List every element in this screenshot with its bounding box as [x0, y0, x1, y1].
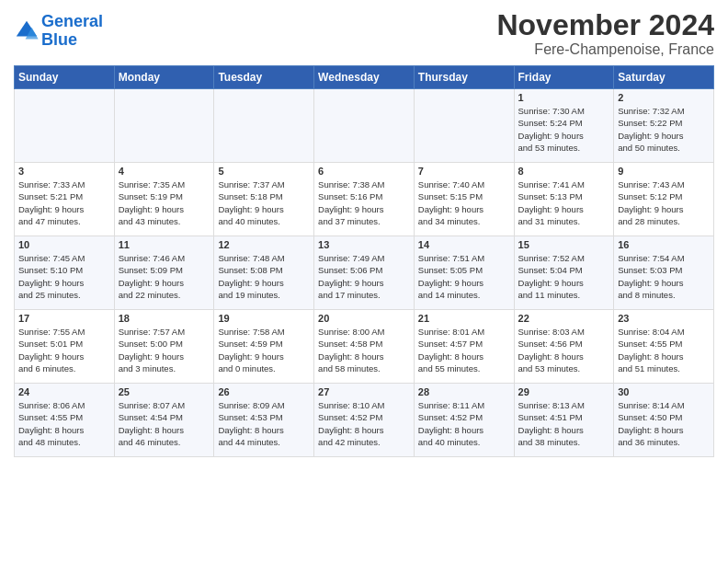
day-info: Sunrise: 8:04 AM Sunset: 4:55 PM Dayligh… — [618, 326, 710, 374]
day-number: 19 — [218, 313, 310, 324]
day-number: 21 — [418, 313, 510, 324]
day-number: 5 — [218, 166, 310, 177]
day-info: Sunrise: 7:45 AM Sunset: 5:10 PM Dayligh… — [18, 252, 110, 301]
calendar-cell: 6Sunrise: 7:38 AM Sunset: 5:16 PM Daylig… — [314, 163, 415, 236]
day-number: 26 — [218, 386, 310, 397]
calendar-header-row: Sunday Monday Tuesday Wednesday Thursday… — [15, 66, 714, 89]
calendar-cell: 25Sunrise: 8:07 AM Sunset: 4:54 PM Dayli… — [114, 384, 214, 457]
day-number: 7 — [418, 166, 510, 177]
col-sunday: Sunday — [15, 66, 115, 89]
logo: General Blue — [14, 13, 103, 50]
calendar-week-4: 17Sunrise: 7:55 AM Sunset: 5:01 PM Dayli… — [15, 310, 714, 384]
calendar-cell: 23Sunrise: 8:04 AM Sunset: 4:55 PM Dayli… — [614, 310, 714, 384]
day-number: 23 — [618, 313, 710, 324]
day-info: Sunrise: 8:13 AM Sunset: 4:51 PM Dayligh… — [518, 399, 610, 448]
calendar-cell: 4Sunrise: 7:35 AM Sunset: 5:19 PM Daylig… — [114, 163, 214, 236]
day-info: Sunrise: 8:00 AM Sunset: 4:58 PM Dayligh… — [318, 326, 410, 374]
calendar-cell: 17Sunrise: 7:55 AM Sunset: 5:01 PM Dayli… — [15, 310, 115, 384]
calendar-cell: 2Sunrise: 7:32 AM Sunset: 5:22 PM Daylig… — [614, 89, 714, 163]
calendar-cell — [15, 89, 115, 163]
calendar-cell: 20Sunrise: 8:00 AM Sunset: 4:58 PM Dayli… — [314, 310, 415, 384]
day-info: Sunrise: 7:49 AM Sunset: 5:06 PM Dayligh… — [318, 252, 410, 301]
calendar-cell: 9Sunrise: 7:43 AM Sunset: 5:12 PM Daylig… — [614, 163, 714, 236]
day-number: 9 — [618, 166, 710, 177]
day-number: 20 — [318, 313, 410, 324]
day-number: 18 — [119, 313, 210, 324]
day-number: 30 — [618, 386, 710, 397]
day-info: Sunrise: 7:58 AM Sunset: 4:59 PM Dayligh… — [218, 326, 310, 374]
day-info: Sunrise: 8:11 AM Sunset: 4:52 PM Dayligh… — [418, 399, 510, 448]
title-block: November 2024 Fere-Champenoise, France — [496, 9, 714, 58]
day-number: 6 — [318, 166, 410, 177]
day-number: 4 — [119, 166, 210, 177]
day-number: 17 — [18, 313, 110, 324]
day-info: Sunrise: 7:43 AM Sunset: 5:12 PM Dayligh… — [618, 178, 710, 227]
day-number: 1 — [518, 92, 610, 103]
calendar-subtitle: Fere-Champenoise, France — [496, 41, 714, 58]
day-info: Sunrise: 7:51 AM Sunset: 5:05 PM Dayligh… — [418, 252, 510, 301]
day-info: Sunrise: 7:41 AM Sunset: 5:13 PM Dayligh… — [518, 178, 610, 227]
logo-line1: General — [41, 12, 103, 30]
day-number: 15 — [518, 239, 610, 250]
day-number: 13 — [318, 239, 410, 250]
day-number: 16 — [618, 239, 710, 250]
calendar-cell: 21Sunrise: 8:01 AM Sunset: 4:57 PM Dayli… — [414, 310, 514, 384]
col-saturday: Saturday — [614, 66, 714, 89]
calendar-cell: 13Sunrise: 7:49 AM Sunset: 5:06 PM Dayli… — [314, 236, 415, 310]
day-info: Sunrise: 8:10 AM Sunset: 4:52 PM Dayligh… — [318, 399, 410, 448]
day-number: 22 — [518, 313, 610, 324]
calendar-cell — [314, 89, 415, 163]
calendar-cell: 5Sunrise: 7:37 AM Sunset: 5:18 PM Daylig… — [214, 163, 314, 236]
calendar-cell — [114, 89, 214, 163]
header: General Blue November 2024 Fere-Champeno… — [14, 9, 714, 58]
day-number: 27 — [318, 386, 410, 397]
day-number: 29 — [518, 386, 610, 397]
day-number: 8 — [518, 166, 610, 177]
day-info: Sunrise: 7:40 AM Sunset: 5:15 PM Dayligh… — [418, 178, 510, 227]
calendar-cell: 30Sunrise: 8:14 AM Sunset: 4:50 PM Dayli… — [614, 384, 714, 457]
day-info: Sunrise: 8:07 AM Sunset: 4:54 PM Dayligh… — [119, 399, 210, 448]
calendar-cell: 27Sunrise: 8:10 AM Sunset: 4:52 PM Dayli… — [314, 384, 415, 457]
day-number: 25 — [119, 386, 210, 397]
calendar-cell: 16Sunrise: 7:54 AM Sunset: 5:03 PM Dayli… — [614, 236, 714, 310]
day-number: 14 — [418, 239, 510, 250]
day-number: 2 — [618, 92, 710, 103]
calendar-week-2: 3Sunrise: 7:33 AM Sunset: 5:21 PM Daylig… — [15, 163, 714, 236]
calendar-week-5: 24Sunrise: 8:06 AM Sunset: 4:55 PM Dayli… — [15, 384, 714, 457]
calendar-cell: 26Sunrise: 8:09 AM Sunset: 4:53 PM Dayli… — [214, 384, 314, 457]
calendar-cell: 12Sunrise: 7:48 AM Sunset: 5:08 PM Dayli… — [214, 236, 314, 310]
day-number: 24 — [18, 386, 110, 397]
logo-icon — [14, 18, 40, 44]
col-tuesday: Tuesday — [214, 66, 314, 89]
day-info: Sunrise: 7:52 AM Sunset: 5:04 PM Dayligh… — [518, 252, 610, 301]
calendar-title: November 2024 — [496, 9, 714, 41]
day-info: Sunrise: 7:35 AM Sunset: 5:19 PM Dayligh… — [119, 178, 210, 227]
calendar-cell: 28Sunrise: 8:11 AM Sunset: 4:52 PM Dayli… — [414, 384, 514, 457]
day-info: Sunrise: 8:03 AM Sunset: 4:56 PM Dayligh… — [518, 326, 610, 374]
day-number: 28 — [418, 386, 510, 397]
day-info: Sunrise: 7:37 AM Sunset: 5:18 PM Dayligh… — [218, 178, 310, 227]
calendar-cell: 15Sunrise: 7:52 AM Sunset: 5:04 PM Dayli… — [514, 236, 614, 310]
calendar-cell: 18Sunrise: 7:57 AM Sunset: 5:00 PM Dayli… — [114, 310, 214, 384]
day-info: Sunrise: 7:38 AM Sunset: 5:16 PM Dayligh… — [318, 178, 410, 227]
col-wednesday: Wednesday — [314, 66, 415, 89]
day-number: 10 — [18, 239, 110, 250]
day-info: Sunrise: 7:33 AM Sunset: 5:21 PM Dayligh… — [18, 178, 110, 227]
calendar-cell: 10Sunrise: 7:45 AM Sunset: 5:10 PM Dayli… — [15, 236, 115, 310]
calendar-cell: 22Sunrise: 8:03 AM Sunset: 4:56 PM Dayli… — [514, 310, 614, 384]
calendar-cell: 11Sunrise: 7:46 AM Sunset: 5:09 PM Dayli… — [114, 236, 214, 310]
day-info: Sunrise: 7:30 AM Sunset: 5:24 PM Dayligh… — [518, 105, 610, 154]
calendar-cell — [414, 89, 514, 163]
day-info: Sunrise: 7:32 AM Sunset: 5:22 PM Dayligh… — [618, 105, 710, 154]
day-info: Sunrise: 8:06 AM Sunset: 4:55 PM Dayligh… — [18, 399, 110, 448]
calendar-cell: 1Sunrise: 7:30 AM Sunset: 5:24 PM Daylig… — [514, 89, 614, 163]
calendar-week-3: 10Sunrise: 7:45 AM Sunset: 5:10 PM Dayli… — [15, 236, 714, 310]
calendar-cell: 8Sunrise: 7:41 AM Sunset: 5:13 PM Daylig… — [514, 163, 614, 236]
day-info: Sunrise: 7:54 AM Sunset: 5:03 PM Dayligh… — [618, 252, 710, 301]
calendar-cell: 3Sunrise: 7:33 AM Sunset: 5:21 PM Daylig… — [15, 163, 115, 236]
logo-text: General Blue — [41, 13, 103, 50]
calendar-cell: 29Sunrise: 8:13 AM Sunset: 4:51 PM Dayli… — [514, 384, 614, 457]
calendar-cell: 24Sunrise: 8:06 AM Sunset: 4:55 PM Dayli… — [15, 384, 115, 457]
day-info: Sunrise: 7:55 AM Sunset: 5:01 PM Dayligh… — [18, 326, 110, 374]
day-info: Sunrise: 8:14 AM Sunset: 4:50 PM Dayligh… — [618, 399, 710, 448]
